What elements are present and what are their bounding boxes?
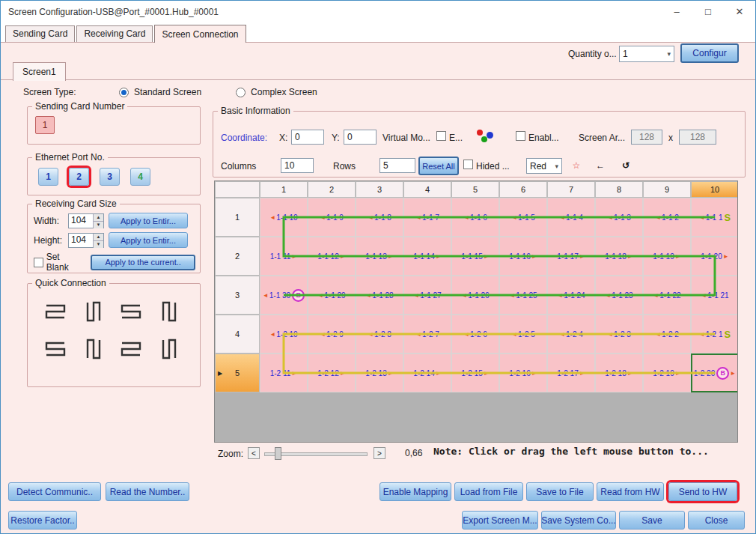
grid-cell-r1-c1[interactable]: ◄1-1 10 <box>260 198 308 237</box>
grid-cell-r1-c8[interactable]: ◄1-1 3 <box>595 198 643 237</box>
send-to-hw-button[interactable]: Send to HW <box>668 482 737 501</box>
apply-to-current-button[interactable]: Apply to the current.. <box>91 255 195 270</box>
star-icon[interactable]: ☆ <box>567 157 586 174</box>
line-color-select[interactable]: Red ▾ <box>526 158 562 174</box>
grid-cell-r3-c3[interactable]: ◄1-1 28 <box>356 276 403 315</box>
apply-width-button[interactable]: Apply to Entir... <box>109 213 188 228</box>
grid-col-header-10[interactable]: 10 <box>691 181 738 198</box>
grid-cell-r3-c10[interactable]: ◄1-1 21 <box>691 276 738 315</box>
grid-cell-r5-c6[interactable]: 1-2 16► <box>499 354 547 392</box>
grid-cell-r4-c4[interactable]: ◄1-2 7 <box>403 315 451 354</box>
quantity-select[interactable]: 1 ▾ <box>619 46 674 62</box>
grid-cell-r5-c1[interactable]: 1-2 11► <box>260 354 308 392</box>
grid-col-header-7[interactable]: 7 <box>547 181 595 198</box>
grid-row-header-4[interactable]: 4 <box>215 315 260 354</box>
grid-cell-r1-c6[interactable]: ◄1-1 5 <box>499 198 547 237</box>
grid-cell-r5-c10[interactable]: 1-2 20B► <box>691 354 738 392</box>
grid-cell-r1-c2[interactable]: ◄1-1 9 <box>308 198 356 237</box>
z-left-up-pattern-icon[interactable] <box>117 336 145 362</box>
grid-cell-r4-c7[interactable]: ◄1-2 4 <box>547 315 595 354</box>
grid-cell-r2-c2[interactable]: 1-1 12► <box>308 237 356 276</box>
columns-input[interactable]: 10 <box>281 158 314 173</box>
grid-col-header-6[interactable]: 6 <box>499 181 547 198</box>
grid-col-header-3[interactable]: 3 <box>356 181 403 198</box>
grid-cell-r1-c10[interactable]: ◄1-1 1S <box>691 198 738 237</box>
grid-col-header-8[interactable]: 8 <box>595 181 643 198</box>
grid-cell-r1-c4[interactable]: ◄1-1 7 <box>403 198 451 237</box>
grid-cell-r2-c6[interactable]: 1-1 16► <box>499 237 547 276</box>
grid-col-header-5[interactable]: 5 <box>451 181 499 198</box>
z-right-down-pattern-icon[interactable] <box>41 299 70 324</box>
ethernet-port-1-button[interactable]: 1 <box>38 168 58 186</box>
read-from-hw-button[interactable]: Read from HW <box>597 482 664 501</box>
save-button[interactable]: Save <box>619 511 685 530</box>
grid-cell-r2-c4[interactable]: 1-1 14► <box>403 237 451 276</box>
set-blank-checkbox[interactable] <box>34 258 43 267</box>
grid-col-header-9[interactable]: 9 <box>643 181 691 198</box>
configure-button[interactable]: Configur <box>680 43 739 63</box>
back-arrow-icon[interactable]: ← <box>591 157 610 174</box>
grid-cell-r1-c7[interactable]: ◄1-1 4 <box>547 198 595 237</box>
load-from-file-button[interactable]: Load from File <box>454 482 523 501</box>
complex-screen-radio[interactable] <box>236 88 246 97</box>
grid-cell-r4-c5[interactable]: ◄1-2 6 <box>451 315 499 354</box>
grid-cell-r2-c1[interactable]: 1-1 11► <box>260 237 308 276</box>
ethernet-port-3-button[interactable]: 3 <box>100 168 120 186</box>
close-icon[interactable]: ✕ <box>724 1 755 23</box>
grid-cell-r1-c3[interactable]: ◄1-1 8 <box>356 198 403 237</box>
grid-row-header-5[interactable]: ▶5 <box>215 354 260 392</box>
grid-cell-r5-c8[interactable]: 1-2 18► <box>595 354 643 392</box>
grid-cell-r3-c1[interactable]: ◄1-1 30B <box>260 276 308 315</box>
grid-cell-r3-c5[interactable]: ◄1-1 26 <box>451 276 499 315</box>
stepper-arrows-icon[interactable]: ▲▼ <box>93 234 103 247</box>
grid-cell-r2-c5[interactable]: 1-1 15► <box>451 237 499 276</box>
maximize-icon[interactable]: □ <box>692 1 724 23</box>
ethernet-port-2-button[interactable]: 2 <box>69 168 89 186</box>
grid-cell-r1-c9[interactable]: ◄1-1 2 <box>643 198 691 237</box>
grid-cell-r4-c2[interactable]: ◄1-2 9 <box>308 315 356 354</box>
y-input[interactable]: 0 <box>344 130 377 145</box>
grid-cell-r2-c7[interactable]: 1-1 17► <box>547 237 595 276</box>
x-input[interactable]: 0 <box>291 130 324 145</box>
ethernet-port-4-button[interactable]: 4 <box>130 168 150 186</box>
grid-cell-r3-c6[interactable]: ◄1-1 25 <box>499 276 547 315</box>
zoom-out-button[interactable]: < <box>248 447 260 459</box>
width-stepper[interactable]: 104 ▲▼ <box>68 213 104 228</box>
export-screen-button[interactable]: Export Screen M... <box>462 511 538 530</box>
n-up-right-pattern-icon[interactable] <box>79 336 108 362</box>
n-down-left-pattern-icon[interactable] <box>155 299 183 324</box>
minimize-icon[interactable]: – <box>661 1 692 23</box>
hided-checkbox[interactable] <box>463 160 473 169</box>
grid-cell-r2-c8[interactable]: 1-1 18► <box>595 237 643 276</box>
tab-receiving-card[interactable]: Receiving Card <box>76 25 153 42</box>
grid-cell-r3-c7[interactable]: ◄1-1 24 <box>547 276 595 315</box>
n-up-left-pattern-icon[interactable] <box>155 336 183 362</box>
standard-screen-radio[interactable] <box>119 88 129 97</box>
grid-cell-r3-c2[interactable]: ◄1-1 29 <box>308 276 356 315</box>
z-right-up-pattern-icon[interactable] <box>41 336 70 362</box>
grid-cell-r4-c3[interactable]: ◄1-2 8 <box>356 315 403 354</box>
enable-virtual-checkbox[interactable] <box>436 131 446 141</box>
restore-factory-button[interactable]: Restore Factor.. <box>8 511 77 530</box>
grid-col-header-2[interactable]: 2 <box>308 181 356 198</box>
undo-icon[interactable]: ↺ <box>616 157 635 174</box>
grid-cell-r1-c5[interactable]: ◄1-1 6 <box>451 198 499 237</box>
rows-input[interactable]: 5 <box>379 158 415 173</box>
height-stepper[interactable]: 104 ▲▼ <box>68 233 104 248</box>
zoom-slider-thumb[interactable] <box>275 447 281 460</box>
grid-row-header-3[interactable]: 3 <box>215 276 260 315</box>
grid-row-header-1[interactable]: 1 <box>215 198 260 237</box>
grid-cell-r4-c6[interactable]: ◄1-2 5 <box>499 315 547 354</box>
read-number-button[interactable]: Read the Number.. <box>106 482 189 501</box>
grid-cell-r5-c4[interactable]: 1-2 14► <box>403 354 451 392</box>
grid-cell-r2-c9[interactable]: 1-1 19► <box>643 237 691 276</box>
grid-cell-r3-c9[interactable]: ◄1-1 22 <box>643 276 691 315</box>
grid-col-header-4[interactable]: 4 <box>403 181 451 198</box>
z-left-down-pattern-icon[interactable] <box>117 299 145 324</box>
save-system-button[interactable]: Save System Co... <box>541 511 616 530</box>
reset-all-button[interactable]: Reset All <box>418 157 459 175</box>
grid-cell-r5-c5[interactable]: 1-2 15► <box>451 354 499 392</box>
grid-cell-r4-c10[interactable]: ◄1-2 1S <box>691 315 738 354</box>
tab-sending-card[interactable]: Sending Card <box>5 25 75 42</box>
enable-mapping-button[interactable]: Enable Mapping <box>379 482 451 501</box>
